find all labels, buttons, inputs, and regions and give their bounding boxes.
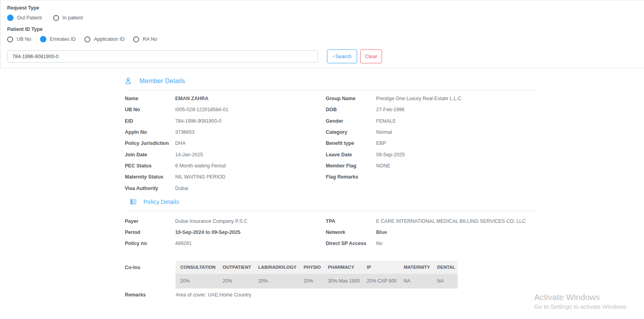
field-row-benefit-type: Benefit type EBP bbox=[326, 138, 536, 149]
field-value: 6 Month waiting Period bbox=[175, 163, 225, 169]
radio-unselected-icon[interactable] bbox=[53, 15, 59, 21]
field-row-eid: EID 784-1996-9081900-0 bbox=[125, 116, 326, 127]
field-value: I005-029-122018584-01 bbox=[175, 107, 228, 112]
field-label: Flag Remarks bbox=[326, 174, 376, 180]
field-row-ub-no: UB No I005-029-122018584-01 bbox=[125, 104, 326, 115]
field-label: DOB bbox=[326, 107, 376, 112]
field-label: Group Name bbox=[326, 96, 376, 101]
co-ins-section: Co-Ins CONSULTATION OUTPATIENT LAB/RADIO… bbox=[125, 261, 536, 289]
radio-unselected-icon[interactable] bbox=[133, 36, 139, 42]
field-label: Period bbox=[125, 230, 175, 235]
radio-emirates-id[interactable]: Emirates ID bbox=[40, 36, 76, 42]
field-row-member-flag: Member Flag NONE bbox=[326, 160, 536, 171]
field-label: PEC Status bbox=[125, 163, 175, 169]
field-label: Policy no bbox=[125, 241, 175, 246]
field-label: EID bbox=[125, 118, 175, 124]
field-label: Benefit type bbox=[326, 141, 376, 146]
field-value: 14-Jan-2025 bbox=[175, 152, 203, 158]
field-value: Dubai bbox=[175, 186, 188, 191]
co-ins-value: 30% Max 1500 bbox=[323, 274, 362, 289]
field-label: Payer bbox=[125, 218, 175, 224]
field-row-network: Network Blue bbox=[326, 227, 536, 238]
field-row-policy-no: Policy no 489281 bbox=[125, 238, 326, 249]
field-label: UB No bbox=[125, 107, 175, 112]
radio-ub-no[interactable]: UB No bbox=[7, 36, 31, 42]
field-label: Network bbox=[326, 230, 376, 235]
co-ins-header-row: CONSULTATION OUTPATIENT LAB/RADIOLOGY PH… bbox=[176, 261, 458, 274]
field-row-maternity-status: Maternity Status NIL WAITING PERIOD bbox=[125, 171, 326, 182]
member-details-fields: Name EMAN ZAHRA UB No I005-029-122018584… bbox=[125, 93, 536, 194]
field-value: NONE bbox=[376, 163, 390, 169]
field-value: 09-Sep-2025 bbox=[376, 152, 405, 158]
field-value: EMAN ZAHRA bbox=[175, 96, 208, 101]
radio-label: RA No bbox=[143, 36, 157, 42]
search-button-label: Search bbox=[335, 53, 352, 59]
search-icon bbox=[333, 54, 335, 59]
radio-selected-icon[interactable] bbox=[7, 15, 13, 21]
co-ins-col-outpatient: OUTPATIENT bbox=[218, 261, 254, 274]
field-label: Direct SP Access bbox=[326, 241, 376, 246]
field-row-flag-remarks: Flag Remarks bbox=[326, 171, 536, 182]
radio-label: In patient bbox=[63, 15, 83, 21]
field-row-payer: Payer Dubai Insurance Company P.S.C bbox=[125, 216, 326, 227]
field-label: Maternity Status bbox=[125, 174, 175, 180]
radio-selected-icon[interactable] bbox=[40, 36, 46, 42]
field-row-appln-no: Appln No 3736653 bbox=[125, 127, 326, 138]
remarks-value: Area of cover: UAE;Home Country bbox=[176, 292, 251, 298]
field-value: 489281 bbox=[175, 241, 192, 246]
field-row-pec-status: PEC Status 6 Month waiting Period bbox=[125, 160, 326, 171]
co-ins-value-row: 20% 20% 20% 20% 30% Max 1500 20% CAP 500… bbox=[176, 274, 458, 289]
divider bbox=[125, 90, 536, 90]
radio-label: UB No bbox=[17, 36, 31, 42]
search-button[interactable]: Search bbox=[327, 49, 357, 63]
field-value: 3736653 bbox=[175, 129, 195, 135]
co-ins-value: NA bbox=[432, 274, 458, 289]
co-ins-value: 20% CAP 500 bbox=[362, 274, 399, 289]
request-type-options: Out Patient In patient bbox=[7, 15, 638, 21]
field-label: Appln No bbox=[125, 129, 175, 135]
field-row-period: Period 10-Sep-2024 to 09-Sep-2025 bbox=[125, 227, 326, 238]
field-value: FEMALE bbox=[376, 118, 396, 124]
patient-id-input[interactable] bbox=[7, 50, 318, 63]
list-icon bbox=[130, 199, 137, 205]
field-row-direct-sp-access: Direct SP Access No bbox=[326, 238, 536, 249]
radio-in-patient[interactable]: In patient bbox=[53, 15, 83, 21]
field-value: Prestige One Luxury Real Estate L.L.C bbox=[376, 96, 461, 101]
remarks-row: Remarks Area of cover: UAE;Home Country bbox=[125, 292, 536, 298]
patient-id-type-options: UB No Emirates ID Application ID RA No bbox=[7, 36, 638, 42]
co-ins-col-physio: PHYSIO bbox=[299, 261, 323, 274]
field-label: Policy Jurisdiction bbox=[125, 141, 175, 146]
co-ins-col-consultation: CONSULTATION bbox=[176, 261, 218, 274]
field-row-visa-authority: Visa Authority Dubai bbox=[125, 182, 326, 194]
field-value: E CARE INTERNATIONAL MEDICAL BILLING SER… bbox=[376, 218, 526, 224]
field-value: DHA bbox=[175, 141, 185, 146]
co-ins-value: 20% bbox=[254, 274, 299, 289]
clear-button[interactable]: Clear bbox=[360, 49, 382, 63]
co-ins-col-dental: DENTAL bbox=[432, 261, 458, 274]
radio-out-patient[interactable]: Out Patient bbox=[7, 15, 42, 21]
clear-button-label: Clear bbox=[365, 53, 377, 59]
radio-unselected-icon[interactable] bbox=[7, 36, 13, 42]
results-panel: Member Details Name EMAN ZAHRA UB No I00… bbox=[0, 69, 644, 319]
member-details-title: Member Details bbox=[140, 78, 185, 85]
field-label: Member Flag bbox=[326, 163, 376, 169]
field-label: Name bbox=[125, 96, 175, 101]
field-value: Normal bbox=[376, 129, 392, 135]
co-ins-value: NA bbox=[399, 274, 432, 289]
co-ins-table: CONSULTATION OUTPATIENT LAB/RADIOLOGY PH… bbox=[176, 261, 458, 289]
field-value: Dubai Insurance Company P.S.C bbox=[175, 218, 248, 224]
field-value: NIL WAITING PERIOD bbox=[175, 174, 225, 180]
co-ins-col-ip: IP bbox=[362, 261, 399, 274]
radio-application-id[interactable]: Application ID bbox=[84, 36, 124, 42]
field-row-leave-date: Leave Date 09-Sep-2025 bbox=[326, 149, 536, 160]
field-label: TPA bbox=[326, 218, 376, 224]
request-type-label: Request Type bbox=[7, 5, 638, 11]
radio-ra-no[interactable]: RA No bbox=[133, 36, 157, 42]
field-row-tpa: TPA E CARE INTERNATIONAL MEDICAL BILLING… bbox=[326, 216, 536, 227]
patient-id-type-label: Patient ID Type bbox=[7, 27, 638, 32]
field-label: Join Date bbox=[125, 152, 175, 158]
radio-unselected-icon[interactable] bbox=[84, 36, 90, 42]
person-icon bbox=[125, 77, 132, 85]
radio-label: Out Patient bbox=[17, 15, 42, 21]
field-row-dob: DOB 27-Feb-1996 bbox=[326, 104, 536, 115]
